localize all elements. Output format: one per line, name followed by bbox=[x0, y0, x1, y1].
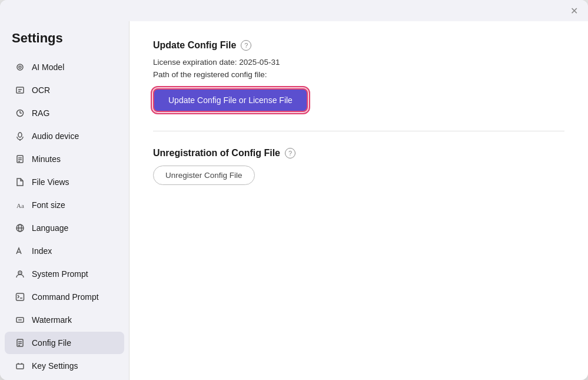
sidebar-item-ocr[interactable]: OCR bbox=[5, 79, 124, 101]
sidebar-label-audio: Audio device bbox=[32, 131, 79, 141]
sidebar-label-watermark: Watermark bbox=[32, 315, 72, 325]
unregister-config-help-icon[interactable]: ? bbox=[285, 148, 295, 158]
unregister-config-button[interactable]: Unregister Config File bbox=[153, 166, 255, 185]
sidebar-label-ocr: OCR bbox=[32, 85, 50, 95]
sidebar-label-file-views: File Views bbox=[32, 177, 69, 187]
svg-text:Aa: Aa bbox=[16, 202, 24, 209]
sidebar-item-watermark[interactable]: Watermark bbox=[5, 309, 124, 331]
svg-rect-2 bbox=[16, 87, 24, 93]
svg-point-1 bbox=[19, 66, 21, 68]
main-content: Update Config File ? License expiration … bbox=[129, 21, 588, 380]
unregister-config-header: Unregistration of Config File ? bbox=[153, 148, 564, 158]
update-config-section: Update Config File ? License expiration … bbox=[153, 40, 564, 112]
sidebar-item-font-size[interactable]: Aa Font size bbox=[5, 194, 124, 216]
close-button[interactable]: ✕ bbox=[567, 4, 581, 18]
svg-line-23 bbox=[18, 297, 19, 299]
sidebar-item-command-prompt[interactable]: Command Prompt bbox=[5, 286, 124, 308]
update-config-button[interactable]: Update Config File or License File bbox=[153, 88, 308, 112]
svg-point-8 bbox=[18, 133, 22, 137]
sidebar-item-file-views[interactable]: File Views bbox=[5, 171, 124, 193]
svg-point-0 bbox=[17, 64, 23, 70]
sidebar-item-config-file[interactable]: Config File bbox=[5, 332, 124, 354]
license-expiry-text: License expiration date: 2025-05-31 bbox=[153, 58, 564, 67]
sidebar-label-key-settings: Key Settings bbox=[32, 361, 78, 371]
sidebar-label-system-prompt: System Prompt bbox=[32, 269, 88, 279]
update-config-title: Update Config File bbox=[153, 40, 236, 51]
audio-icon bbox=[14, 130, 26, 142]
system-prompt-icon bbox=[14, 268, 26, 280]
sidebar-label-font-size: Font size bbox=[32, 200, 65, 210]
sidebar-item-audio[interactable]: Audio device bbox=[5, 125, 124, 147]
sidebar-item-system-prompt[interactable]: System Prompt bbox=[5, 263, 124, 285]
ai-model-icon bbox=[14, 61, 26, 73]
sidebar-item-key-settings[interactable]: Key Settings bbox=[5, 355, 124, 377]
watermark-icon bbox=[14, 314, 26, 326]
sidebar-item-index[interactable]: Index bbox=[5, 240, 124, 262]
unregister-config-section: Unregistration of Config File ? Unregist… bbox=[153, 148, 564, 185]
settings-window: ✕ Settings AI Model bbox=[0, 0, 588, 380]
sidebar-label-config-file: Config File bbox=[32, 338, 71, 348]
svg-point-20 bbox=[19, 272, 21, 273]
sidebar-label-language: Language bbox=[32, 223, 68, 233]
ocr-icon bbox=[14, 84, 26, 96]
config-path-text: Path of the registered config file: bbox=[153, 70, 564, 79]
command-prompt-icon bbox=[14, 291, 26, 303]
file-views-icon bbox=[14, 176, 26, 188]
sidebar-label-index: Index bbox=[32, 246, 52, 256]
section-divider bbox=[153, 131, 564, 131]
minutes-icon bbox=[14, 153, 26, 165]
font-size-icon: Aa bbox=[14, 199, 26, 211]
index-icon bbox=[14, 245, 26, 257]
update-config-help-icon[interactable]: ? bbox=[241, 40, 251, 51]
content-area: Settings AI Model OCR bbox=[0, 21, 588, 380]
sidebar: Settings AI Model OCR bbox=[0, 21, 129, 380]
sidebar-label-command-prompt: Command Prompt bbox=[32, 292, 99, 302]
key-settings-icon bbox=[14, 360, 26, 372]
sidebar-label-minutes: Minutes bbox=[32, 154, 61, 164]
sidebar-item-rag[interactable]: RAG bbox=[5, 102, 124, 124]
sidebar-item-ai-model[interactable]: AI Model bbox=[5, 56, 124, 78]
language-icon bbox=[14, 222, 26, 234]
sidebar-item-minutes[interactable]: Minutes bbox=[5, 148, 124, 170]
config-file-icon bbox=[14, 337, 26, 349]
sidebar-label-ai-model: AI Model bbox=[32, 62, 64, 72]
svg-rect-21 bbox=[16, 293, 24, 300]
unregister-config-title: Unregistration of Config File bbox=[153, 148, 280, 158]
sidebar-item-language[interactable]: Language bbox=[5, 217, 124, 239]
title-bar: ✕ bbox=[0, 0, 588, 21]
rag-icon bbox=[14, 107, 26, 119]
update-config-header: Update Config File ? bbox=[153, 40, 564, 51]
sidebar-title: Settings bbox=[0, 26, 129, 55]
sidebar-label-rag: RAG bbox=[32, 108, 49, 118]
